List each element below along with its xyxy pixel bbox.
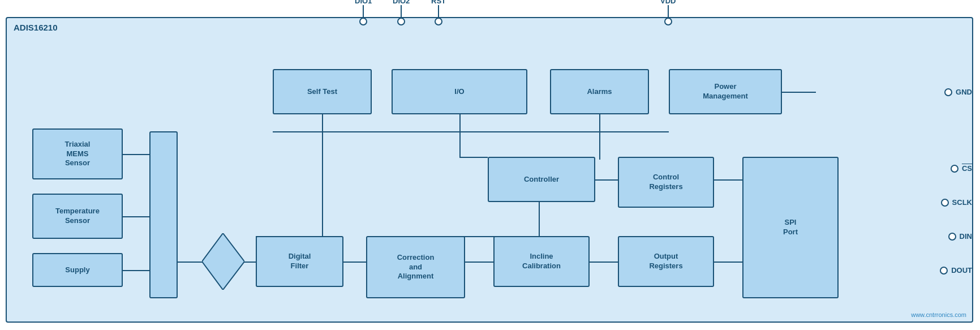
control-reg-block: ControlRegisters	[618, 157, 714, 208]
pin-dout: DOUT	[940, 266, 972, 275]
output-reg-block: OutputRegisters	[618, 236, 714, 287]
self-test-block: Self Test	[273, 69, 372, 114]
alarms-block: Alarms	[550, 69, 649, 114]
temp-sensor-block: TemperatureSensor	[32, 194, 123, 239]
mux-block	[202, 233, 244, 292]
watermark: www.cntrronics.com	[911, 311, 966, 318]
pin-din: DIN	[948, 232, 972, 241]
incline-cal-block: InclineCalibration	[493, 236, 590, 287]
chip-label: ADIS16210	[14, 23, 58, 32]
pin-rst: RST	[431, 0, 446, 25]
spi-port-block: SPIPort	[742, 157, 839, 298]
svg-marker-0	[202, 233, 244, 290]
pin-cs: CS	[951, 164, 972, 173]
power-mgmt-block: PowerManagement	[669, 69, 782, 114]
triaxial-block: TriaxialMEMSSensor	[32, 128, 123, 179]
pin-gnd: GND	[944, 88, 972, 96]
pin-dio1: DIO1	[355, 0, 372, 25]
pin-vdd: VDD	[660, 0, 676, 25]
adc-block	[149, 131, 178, 298]
supply-block: Supply	[32, 253, 123, 287]
correction-block: CorrectionandAlignment	[366, 236, 465, 298]
pin-dio2: DIO2	[393, 0, 410, 25]
diagram-container: ADIS16210 DIO1 DIO2 RST VDD Self Test I/…	[6, 17, 973, 323]
pin-sclk: SCLK	[941, 198, 972, 207]
controller-block: Controller	[488, 157, 595, 202]
digital-filter-block: DigitalFilter	[256, 236, 343, 287]
io-block: I/O	[392, 69, 527, 114]
